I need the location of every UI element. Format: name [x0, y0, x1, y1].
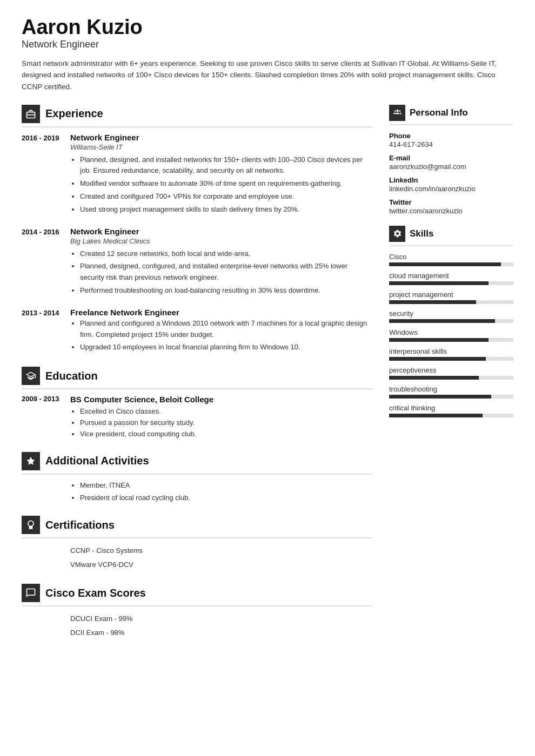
certifications-title: Certifications [45, 519, 115, 531]
activity-item-2: President of local road cycling club. [80, 492, 373, 504]
skill-bar-bg-6 [389, 376, 513, 380]
twitter-item: Twitter twitter.com/aaronzkuzio [389, 198, 513, 215]
skill-name-2: project management [389, 291, 513, 299]
exp-date-3: 2013 - 2014 [22, 308, 70, 355]
edu-bullets-1: Excelled in Cisco classes. Pursued a pas… [70, 406, 373, 440]
experience-section: Experience 2016 - 2019 Network Engineer … [22, 105, 373, 355]
activities-title: Additional Activities [45, 455, 149, 467]
experience-title: Experience [45, 107, 103, 120]
briefcase-icon [25, 109, 36, 119]
skill-name-1: cloud management [389, 272, 513, 280]
exam-item-2: DCII Exam - 98% [70, 626, 373, 640]
skill-bar-bg-0 [389, 262, 513, 266]
skill-item-3: security [389, 309, 513, 323]
exp-bullets-3: Planned and configured a Windows 2010 ne… [70, 318, 373, 353]
skill-name-4: Windows [389, 328, 513, 336]
skill-name-3: security [389, 309, 513, 318]
cert-item-2: VMware VCP6-DCV [70, 558, 373, 572]
skill-bar-bg-3 [389, 319, 513, 323]
certifications-section: Certifications CCNP - Cisco Systems VMwa… [22, 516, 373, 572]
experience-header: Experience [22, 105, 373, 127]
comment-icon [25, 588, 36, 598]
skills-list: Cisco cloud management project managemen… [389, 253, 513, 417]
skill-bar-bg-2 [389, 300, 513, 304]
bullet: Used strong project management skills to… [80, 204, 373, 215]
award-icon [25, 519, 36, 530]
personal-info-icon [389, 105, 405, 121]
skill-bar-fill-1 [389, 281, 489, 285]
skill-name-8: critical thinking [389, 404, 513, 412]
skill-bar-bg-5 [389, 357, 513, 361]
exp-jobtitle-1: Network Engineer [70, 133, 373, 142]
phone-label: Phone [389, 132, 513, 140]
person-icon [393, 108, 402, 117]
exam-list: DCUCI Exam - 99% DCII Exam - 98% [70, 612, 373, 640]
activities-header: Additional Activities [22, 452, 373, 475]
skill-bar-bg-1 [389, 281, 513, 285]
skill-item-4: Windows [389, 328, 513, 342]
education-section: Education 2009 - 2013 BS Computer Scienc… [22, 367, 373, 440]
exp-jobtitle-3: Freelance Network Engineer [70, 308, 373, 317]
exp-content-2: Network Engineer Big Lakes Medical Clini… [70, 227, 373, 298]
resume-header: Aaron Kuzio Network Engineer Smart netwo… [22, 16, 513, 93]
skill-item-8: critical thinking [389, 404, 513, 417]
skills-header: Skills [389, 226, 513, 246]
exp-content-1: Network Engineer Williams-Seile IT Plann… [70, 133, 373, 217]
bullet: Planned, designed, configured, and insta… [80, 261, 373, 284]
twitter-value: twitter.com/aaronzkuzio [389, 207, 513, 215]
education-icon [22, 367, 40, 385]
bullet: Vice president, cloud computing club. [80, 429, 373, 440]
skills-title: Skills [410, 228, 433, 239]
bullet: Created 12 secure networks, both local a… [80, 248, 373, 260]
bullet: Upgraded 10 employees in local financial… [80, 342, 373, 353]
skill-name-5: interpersonal skills [389, 347, 513, 355]
personal-info-section: Personal Info Phone 414-617-2634 E-mail … [389, 105, 513, 215]
candidate-title: Network Engineer [22, 39, 513, 50]
certifications-icon [22, 516, 40, 534]
skill-bar-fill-5 [389, 357, 486, 361]
education-title: Education [45, 370, 98, 382]
cisco-exam-section: Cisco Exam Scores DCUCI Exam - 99% DCII … [22, 584, 373, 640]
exp-bullets-2: Created 12 secure networks, both local a… [70, 248, 373, 296]
skills-section: Skills Cisco cloud management project ma… [389, 226, 513, 417]
skill-bar-fill-2 [389, 300, 476, 304]
cisco-exam-header: Cisco Exam Scores [22, 584, 373, 606]
skill-bar-fill-3 [389, 319, 495, 323]
skill-bar-bg-4 [389, 338, 513, 342]
skill-bar-bg-7 [389, 395, 513, 399]
star-icon [25, 456, 36, 467]
skill-name-0: Cisco [389, 253, 513, 261]
bullet: Modified vendor software to automate 30%… [80, 178, 373, 190]
cert-item-1: CCNP - Cisco Systems [70, 544, 373, 558]
skills-gear-icon [393, 229, 402, 238]
twitter-label: Twitter [389, 198, 513, 206]
exam-item-1: DCUCI Exam - 99% [70, 612, 373, 626]
skill-item-0: Cisco [389, 253, 513, 266]
skill-bar-fill-6 [389, 376, 479, 380]
linkedin-value: linkedin.com/in/aaronzkuzio [389, 185, 513, 193]
skill-item-2: project management [389, 291, 513, 304]
bullet: Planned, designed, and installed network… [80, 154, 373, 177]
candidate-name: Aaron Kuzio [22, 16, 513, 39]
certifications-header: Certifications [22, 516, 373, 538]
email-label: E-mail [389, 154, 513, 162]
skill-name-7: troubleshooting [389, 385, 513, 393]
skill-item-1: cloud management [389, 272, 513, 285]
email-item: E-mail aaronzkuzio@gmail.com [389, 154, 513, 171]
candidate-summary: Smart network administrator with 6+ year… [22, 58, 508, 93]
exp-entry-3: 2013 - 2014 Freelance Network Engineer P… [22, 308, 373, 355]
edu-date-1: 2009 - 2013 [22, 395, 70, 440]
skill-item-5: interpersonal skills [389, 347, 513, 361]
email-value: aaronzkuzio@gmail.com [389, 163, 513, 171]
linkedin-label: LinkedIn [389, 176, 513, 184]
main-layout: Experience 2016 - 2019 Network Engineer … [22, 105, 513, 652]
cisco-exam-icon [22, 584, 40, 602]
personal-info-title: Personal Info [410, 107, 468, 118]
linkedin-item: LinkedIn linkedin.com/in/aaronzkuzio [389, 176, 513, 193]
activities-list: Member, ITNEA President of local road cy… [70, 480, 373, 504]
bullet: Excelled in Cisco classes. [80, 406, 373, 417]
bullet: Planned and configured a Windows 2010 ne… [80, 318, 373, 341]
skill-bar-fill-4 [389, 338, 489, 342]
personal-info-header: Personal Info [389, 105, 513, 125]
right-column: Personal Info Phone 414-617-2634 E-mail … [389, 105, 513, 652]
